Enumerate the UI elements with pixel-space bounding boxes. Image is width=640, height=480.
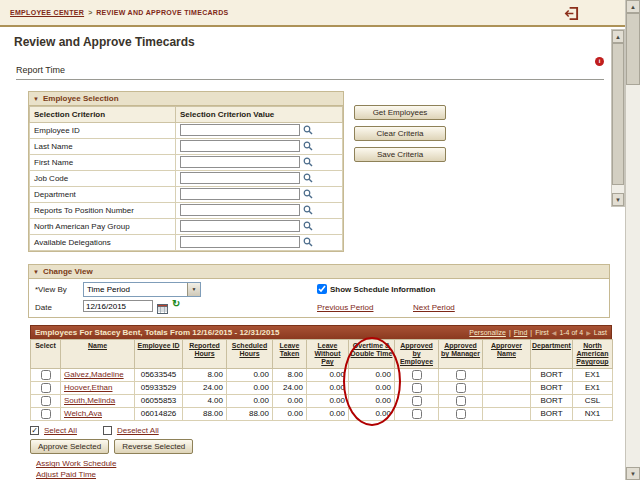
column-header-appr_emp[interactable]: Approved by Employee (395, 340, 439, 369)
column-header-lwop[interactable]: Leave Without Pay (307, 340, 349, 369)
criterion-value-cell (176, 219, 343, 235)
cell-scheduled: 0.00 (227, 369, 273, 382)
personalize-link[interactable]: Personalize (469, 329, 506, 336)
criterion-value-cell (176, 155, 343, 171)
cell-appr_emp (395, 369, 439, 382)
criterion-input[interactable] (180, 156, 300, 168)
lookup-icon[interactable] (303, 221, 313, 233)
criterion-input[interactable] (180, 204, 300, 216)
dropdown-arrow-icon[interactable]: ▼ (187, 283, 200, 296)
next-page-icon[interactable]: ▶ (586, 329, 591, 336)
column-header-appr_mgr[interactable]: Approved by Manager (439, 340, 483, 369)
approved-by-employee-checkbox[interactable] (412, 383, 422, 393)
column-header-label: Employee ID (137, 342, 179, 349)
inner-scrollbar-thumb[interactable] (612, 43, 624, 185)
outer-scrollbar[interactable]: ▲ ▼ (625, 0, 640, 480)
inner-scrollbar-down-button[interactable]: ▼ (612, 193, 624, 206)
change-view-section: ▼ Change View *View By Time Period ▼ Dat… (28, 264, 610, 318)
column-header-department[interactable]: Department (531, 340, 573, 369)
employee-name-link[interactable]: Galvez,Madeline (64, 370, 124, 379)
lookup-icon[interactable] (303, 173, 313, 185)
exit-icon[interactable] (564, 6, 579, 21)
view-by-dropdown[interactable]: Time Period ▼ (83, 282, 201, 297)
refresh-icon[interactable]: ↻ (172, 299, 180, 309)
find-link[interactable]: Find (514, 329, 528, 336)
employee-name-link[interactable]: South,Melinda (64, 396, 115, 405)
reverse-selected-button[interactable]: Reverse Selected (114, 439, 193, 454)
show-schedule-option[interactable]: Show Schedule Information (317, 284, 435, 294)
criterion-label: Job Code (30, 171, 176, 187)
column-header-overtime[interactable]: Overtime & Double Time (349, 340, 395, 369)
employee-name-link[interactable]: Welch,Ava (64, 409, 102, 418)
criterion-input[interactable] (180, 140, 300, 152)
clear-criteria-button[interactable]: Clear Criteria (354, 126, 446, 141)
assign-work-schedule-link[interactable]: Assign Work Schedule (36, 459, 610, 468)
row-select-checkbox[interactable] (41, 370, 51, 380)
collapse-icon[interactable]: ▼ (33, 269, 39, 275)
approved-by-manager-checkbox[interactable] (456, 409, 466, 419)
date-input[interactable] (83, 300, 153, 312)
inner-scrollbar-track[interactable] (612, 43, 624, 193)
cell-scheduled: 0.00 (227, 395, 273, 408)
approved-by-employee-checkbox[interactable] (412, 370, 422, 380)
column-header-paygroup[interactable]: North American Paygroup (573, 340, 613, 369)
row-select-checkbox[interactable] (41, 383, 51, 393)
column-header-leave_taken[interactable]: Leave Taken (273, 340, 307, 369)
approved-by-manager-checkbox[interactable] (456, 396, 466, 406)
criterion-input[interactable] (180, 124, 300, 136)
deselect-all-check-icon[interactable] (103, 426, 112, 435)
column-header-approver[interactable]: Approver Name (483, 340, 531, 369)
lookup-icon[interactable] (303, 157, 313, 169)
approved-by-manager-checkbox[interactable] (456, 383, 466, 393)
up-arrow-icon: ▲ (615, 34, 621, 40)
outer-scrollbar-track[interactable] (626, 13, 640, 467)
calendar-icon[interactable] (157, 300, 168, 318)
approve-selected-button[interactable]: Approve Selected (30, 439, 109, 454)
lookup-icon[interactable] (303, 205, 313, 217)
previous-period-link[interactable]: Previous Period (317, 303, 373, 312)
outer-scrollbar-thumb[interactable] (626, 13, 640, 85)
employee-name-link[interactable]: Hoover,Ethan (64, 383, 112, 392)
lookup-icon[interactable] (303, 237, 313, 249)
next-period-link[interactable]: Next Period (413, 303, 455, 312)
show-schedule-checkbox[interactable] (317, 284, 327, 294)
outer-scrollbar-down-button[interactable]: ▼ (626, 467, 640, 480)
column-header-scheduled[interactable]: Scheduled Hours (227, 340, 273, 369)
criterion-input[interactable] (180, 220, 300, 232)
pagination-first[interactable]: First (535, 329, 549, 336)
inner-scrollbar-up-button[interactable]: ▲ (612, 30, 624, 43)
collapse-icon[interactable]: ▼ (33, 96, 39, 102)
pagination-last[interactable]: Last (594, 329, 607, 336)
row-select-checkbox[interactable] (41, 409, 51, 419)
approved-by-employee-checkbox[interactable] (412, 396, 422, 406)
employee-selection-header[interactable]: ▼ Employee Selection (29, 92, 343, 106)
adjust-paid-time-link[interactable]: Adjust Paid Time (36, 470, 610, 479)
save-criteria-button[interactable]: Save Criteria (354, 147, 446, 162)
get-employees-button[interactable]: Get Employees (354, 105, 446, 120)
select-all-check-icon[interactable]: ✓ (30, 426, 39, 435)
deselect-all-link[interactable]: Deselect All (117, 426, 159, 435)
column-header-reported[interactable]: Reported Hours (183, 340, 227, 369)
lookup-icon[interactable] (303, 141, 313, 153)
criterion-input[interactable] (180, 172, 300, 184)
select-all-link[interactable]: Select All (44, 426, 77, 435)
criterion-input[interactable] (180, 188, 300, 200)
change-view-header[interactable]: ▼ Change View (29, 265, 609, 279)
column-header-employee_id[interactable]: Employee ID (135, 340, 183, 369)
breadcrumb-home-link[interactable]: EMPLOYEE CENTER (10, 9, 84, 16)
approved-by-manager-checkbox[interactable] (456, 370, 466, 380)
outer-scrollbar-up-button[interactable]: ▲ (626, 0, 640, 13)
column-header-name[interactable]: Name (61, 340, 135, 369)
lookup-icon[interactable] (303, 189, 313, 201)
cell-scheduled: 0.00 (227, 382, 273, 395)
previous-page-icon[interactable]: ◀ (552, 329, 557, 336)
inner-scrollbar[interactable]: ▲ ▼ (611, 29, 625, 207)
row-select-checkbox[interactable] (41, 396, 51, 406)
alert-icon[interactable]: i (595, 57, 604, 66)
cell-reported: 4.00 (183, 395, 227, 408)
change-view-title: Change View (43, 267, 93, 276)
criterion-input[interactable] (180, 236, 300, 248)
approved-by-employee-checkbox[interactable] (412, 409, 422, 419)
employees-body: Galvez,Madeline056335458.000.008.000.000… (31, 369, 613, 421)
lookup-icon[interactable] (303, 125, 313, 137)
